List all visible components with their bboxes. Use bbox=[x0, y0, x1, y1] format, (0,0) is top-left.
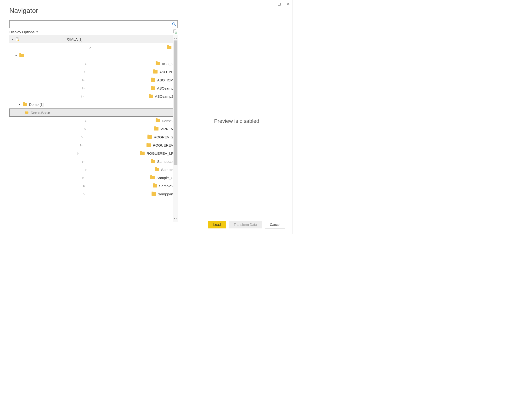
tree-item-label: ROGUEREV bbox=[153, 143, 173, 147]
content: Display Options ▼ /XMLA [3] bbox=[0, 15, 293, 222]
folder-icon bbox=[150, 176, 155, 179]
expand-icon[interactable] bbox=[11, 38, 14, 41]
folder-icon bbox=[19, 54, 24, 57]
folder-icon bbox=[156, 119, 160, 122]
chevron-down-icon: ▼ bbox=[36, 31, 38, 33]
folder-icon bbox=[156, 62, 160, 65]
svg-point-7 bbox=[18, 40, 19, 41]
toolbar: Display Options ▼ bbox=[9, 28, 178, 35]
tree-item-mrrev[interactable]: MRREV bbox=[9, 125, 173, 133]
search-box[interactable] bbox=[9, 20, 178, 28]
expand-icon[interactable] bbox=[15, 46, 165, 49]
close-icon: ✕ bbox=[286, 2, 290, 6]
tree-item-samppart[interactable]: Samppart bbox=[9, 190, 173, 198]
expand-icon[interactable] bbox=[18, 103, 21, 106]
load-button[interactable]: Load bbox=[208, 221, 226, 229]
svg-point-0 bbox=[173, 23, 175, 25]
expand-icon[interactable] bbox=[18, 62, 154, 65]
tree-item-roguerevlf[interactable]: ROGUEREV_LF bbox=[9, 149, 173, 157]
cube-icon bbox=[25, 111, 29, 115]
svg-line-1 bbox=[175, 25, 176, 26]
expand-icon[interactable] bbox=[18, 70, 151, 74]
tree-item[interactable] bbox=[9, 43, 173, 52]
cancel-button[interactable]: Cancel bbox=[265, 221, 285, 229]
tree-item-asosamp[interactable]: ASOsamp bbox=[9, 84, 173, 92]
tree-item-label: Sample_U bbox=[157, 176, 173, 180]
tree-item-sample[interactable]: Sample bbox=[9, 166, 173, 174]
search-icon bbox=[172, 22, 176, 26]
expand-icon[interactable] bbox=[18, 184, 151, 188]
tree-item-label: Demo [1] bbox=[29, 103, 44, 106]
search-input[interactable] bbox=[10, 22, 171, 26]
expand-icon[interactable] bbox=[18, 160, 149, 163]
folder-icon bbox=[167, 46, 171, 49]
transform-data-button: Transform Data bbox=[229, 221, 262, 229]
scroll-down-icon[interactable]: ﹀ bbox=[173, 216, 178, 222]
expand-icon[interactable] bbox=[18, 95, 147, 98]
display-options-dropdown[interactable]: Display Options ▼ bbox=[9, 30, 38, 34]
tree-item-label: ASO_ICM bbox=[157, 78, 173, 82]
database-icon bbox=[16, 37, 19, 41]
tree-item-sampleu[interactable]: Sample_U bbox=[9, 174, 173, 182]
tree-item-label: Demo2 bbox=[162, 119, 173, 123]
folder-icon bbox=[155, 168, 159, 171]
expand-icon[interactable] bbox=[18, 144, 144, 147]
svg-rect-5 bbox=[17, 38, 18, 38]
expand-icon[interactable] bbox=[18, 127, 152, 130]
maximize-button[interactable] bbox=[277, 2, 281, 6]
expand-icon[interactable] bbox=[18, 176, 148, 179]
tree-item-aso2[interactable]: ASO_2 bbox=[9, 60, 173, 68]
tree-root-label: /XMLA [3] bbox=[67, 37, 82, 42]
expand-icon[interactable] bbox=[15, 54, 18, 57]
tree-item-asoicm[interactable]: ASO_ICM bbox=[9, 76, 173, 84]
tree-item-label: MRREV bbox=[160, 127, 173, 131]
search-button[interactable] bbox=[171, 22, 177, 26]
tree: /XMLA [3] ASO_2 AS bbox=[9, 35, 173, 222]
tree-item-sampeast[interactable]: Sampeast bbox=[9, 157, 173, 166]
tree-item-label: ROGUEREV_LF bbox=[146, 151, 173, 155]
tree-item-demo[interactable]: Demo [1] bbox=[9, 100, 173, 108]
expand-icon[interactable] bbox=[18, 152, 138, 155]
scroll-up-icon[interactable]: ︿ bbox=[173, 35, 178, 41]
expand-icon[interactable] bbox=[18, 119, 154, 122]
expand-icon[interactable] bbox=[18, 192, 150, 196]
scrollbar[interactable]: ︿ ﹀ bbox=[173, 35, 178, 222]
folder-icon bbox=[149, 94, 153, 98]
tree-item[interactable] bbox=[9, 52, 173, 60]
scroll-thumb[interactable] bbox=[174, 41, 177, 165]
folder-icon bbox=[151, 78, 155, 82]
preview-message: Preview is disabled bbox=[214, 118, 259, 124]
folder-icon bbox=[151, 86, 155, 90]
tree-item-label: Samppart bbox=[158, 192, 173, 196]
folder-icon bbox=[153, 184, 157, 188]
tree-item-label: ASOsamp bbox=[157, 86, 173, 90]
tree-item-aso2b[interactable]: ASO_2B bbox=[9, 68, 173, 76]
tree-item-rogrev2[interactable]: ROGREV_2 bbox=[9, 133, 173, 141]
close-button[interactable]: ✕ bbox=[286, 2, 290, 6]
folder-icon bbox=[23, 103, 27, 106]
tree-item-sample2[interactable]: Sample2 bbox=[9, 182, 173, 190]
tree-item-label: ASOsamp2 bbox=[155, 94, 173, 98]
refresh-button[interactable] bbox=[173, 30, 178, 34]
folder-icon bbox=[146, 143, 151, 147]
folder-icon bbox=[152, 192, 156, 196]
expand-icon[interactable] bbox=[18, 79, 149, 82]
footer-buttons: Load Transform Data Cancel bbox=[208, 221, 285, 229]
expand-icon[interactable] bbox=[18, 136, 145, 139]
tree-item-label: Sampeast bbox=[157, 159, 173, 164]
navigator-window: ✕ Navigator Display Options ▼ bbox=[0, 0, 293, 234]
folder-icon bbox=[151, 160, 155, 163]
folder-icon bbox=[153, 70, 157, 74]
tree-item-roguerev[interactable]: ROGUEREV bbox=[9, 141, 173, 149]
folder-icon bbox=[140, 152, 144, 155]
display-options-label: Display Options bbox=[9, 30, 34, 34]
tree-item-asosamp2[interactable]: ASOsamp2 bbox=[9, 92, 173, 100]
expand-icon[interactable] bbox=[18, 168, 153, 171]
page-title: Navigator bbox=[0, 0, 293, 15]
left-panel: Display Options ▼ /XMLA [3] bbox=[9, 20, 178, 222]
tree-item-demo2[interactable]: Demo2 bbox=[9, 117, 173, 125]
expand-icon[interactable] bbox=[18, 87, 149, 90]
tree-root[interactable]: /XMLA [3] bbox=[9, 35, 173, 43]
tree-item-demo-basic[interactable]: Demo.Basic bbox=[9, 108, 173, 117]
tree-item-label: ASO_2 bbox=[162, 62, 173, 66]
